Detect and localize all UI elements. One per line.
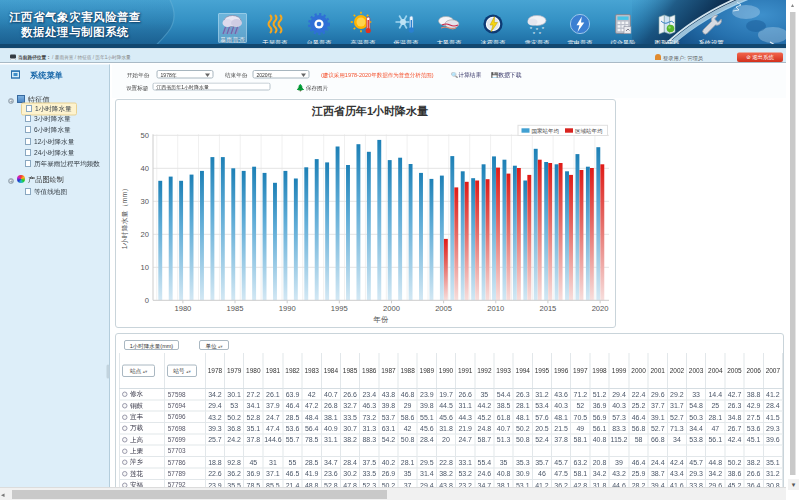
svg-text:2010: 2010	[487, 304, 504, 313]
svg-text:1小时降水量（mm）: 1小时降水量（mm）	[121, 185, 129, 250]
svg-text:10: 10	[141, 263, 149, 272]
svg-text:区域站年均: 区域站年均	[575, 128, 603, 134]
svg-text:40: 40	[141, 164, 149, 173]
svg-text:0: 0	[145, 296, 149, 305]
svg-text:2000: 2000	[383, 304, 400, 313]
svg-text:1995: 1995	[331, 304, 348, 313]
svg-text:1980: 1980	[174, 304, 191, 313]
svg-text:1985: 1985	[227, 304, 244, 313]
svg-text:50: 50	[141, 131, 149, 140]
svg-text:30: 30	[141, 197, 149, 206]
svg-text:江西省历年1小时降水量: 江西省历年1小时降水量	[311, 105, 428, 117]
svg-text:1990: 1990	[279, 304, 296, 313]
svg-text:年份: 年份	[373, 315, 390, 324]
svg-text:2005: 2005	[435, 304, 452, 313]
svg-text:*: *	[542, 26, 545, 32]
svg-text:国家站年均: 国家站年均	[532, 128, 560, 135]
svg-text:20: 20	[141, 230, 149, 239]
svg-text:2020: 2020	[592, 304, 609, 313]
svg-text:2015: 2015	[539, 304, 556, 313]
